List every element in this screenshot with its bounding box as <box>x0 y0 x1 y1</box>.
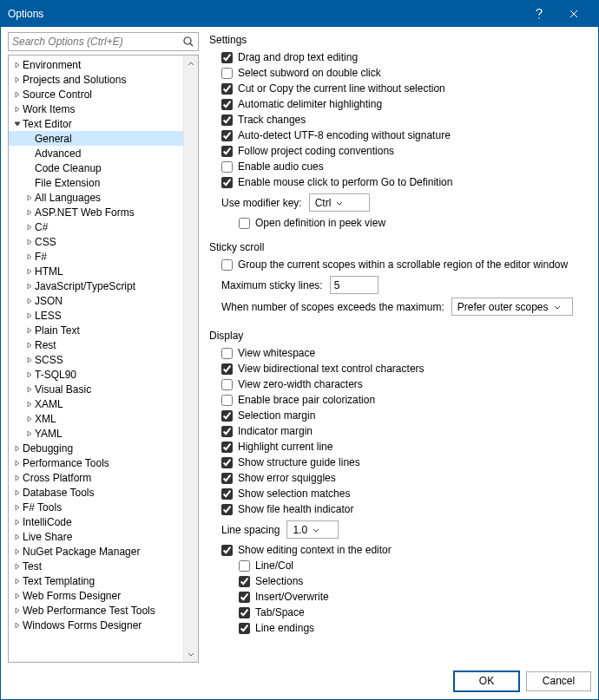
sticky-group-row[interactable]: Group the current scopes within a scroll… <box>221 257 588 272</box>
line-spacing-combo[interactable]: 1.0 <box>286 520 339 539</box>
modifier-key-combo[interactable]: Ctrl <box>309 193 370 212</box>
options-tree[interactable]: EnvironmentProjects and SolutionsSource … <box>9 56 183 662</box>
option-row[interactable]: Line endings <box>239 620 588 636</box>
chevron-right-icon[interactable] <box>12 474 23 481</box>
tree-item-text-templating[interactable]: Text Templating <box>9 573 183 588</box>
tree-item-scss[interactable]: SCSS <box>9 352 183 367</box>
chevron-right-icon[interactable] <box>24 357 35 363</box>
option-row[interactable]: Selections <box>239 573 588 589</box>
option-checkbox[interactable] <box>221 348 233 359</box>
option-checkbox[interactable] <box>221 99 233 110</box>
chevron-right-icon[interactable] <box>12 533 23 540</box>
tree-item-t-sql90[interactable]: T-SQL90 <box>9 367 183 382</box>
chevron-right-icon[interactable] <box>12 460 23 467</box>
option-checkbox[interactable] <box>221 442 233 453</box>
option-row[interactable]: Auto-detect UTF-8 encoding without signa… <box>221 128 588 143</box>
tree-item-c-[interactable]: C# <box>9 219 183 234</box>
tree-item-xaml[interactable]: XAML <box>9 396 183 411</box>
tree-item-code-cleanup[interactable]: Code Cleanup <box>9 160 183 175</box>
help-button[interactable] <box>522 1 556 27</box>
chevron-right-icon[interactable] <box>12 519 23 526</box>
close-button[interactable] <box>556 1 591 27</box>
tree-item-file-extension[interactable]: File Extension <box>9 175 183 190</box>
chevron-right-icon[interactable] <box>24 342 35 349</box>
chevron-right-icon[interactable] <box>24 209 35 216</box>
tree-item-javascript-typescript[interactable]: JavaScript/TypeScript <box>9 278 183 293</box>
option-checkbox[interactable] <box>221 161 233 173</box>
chevron-right-icon[interactable] <box>24 268 35 275</box>
cancel-button[interactable]: Cancel <box>526 671 591 691</box>
tree-item-asp-net-web-forms[interactable]: ASP.NET Web Forms <box>9 205 183 219</box>
chevron-right-icon[interactable] <box>12 578 23 585</box>
chevron-right-icon[interactable] <box>12 445 23 452</box>
option-row[interactable]: Enable brace pair colorization <box>221 392 588 408</box>
ok-button[interactable]: OK <box>454 671 519 691</box>
chevron-right-icon[interactable] <box>12 62 23 69</box>
option-checkbox[interactable] <box>221 68 233 79</box>
tree-item-less[interactable]: LESS <box>9 308 183 323</box>
chevron-right-icon[interactable] <box>24 239 35 245</box>
tree-item-environment[interactable]: Environment <box>9 57 183 72</box>
chevron-right-icon[interactable] <box>24 386 35 393</box>
option-row[interactable]: View whitespace <box>221 345 588 361</box>
option-row[interactable]: Indicator margin <box>221 423 588 439</box>
chevron-right-icon[interactable] <box>24 327 35 334</box>
tree-item-plain-text[interactable]: Plain Text <box>9 323 183 337</box>
chevron-right-icon[interactable] <box>12 607 23 614</box>
chevron-right-icon[interactable] <box>24 371 35 378</box>
context-checkbox[interactable] <box>221 545 233 556</box>
chevron-right-icon[interactable] <box>24 283 35 290</box>
option-checkbox[interactable] <box>221 130 233 141</box>
option-checkbox[interactable] <box>221 379 233 390</box>
tree-scrollbar[interactable] <box>183 56 198 662</box>
option-row[interactable]: Show error squiggles <box>221 470 588 486</box>
chevron-right-icon[interactable] <box>12 592 23 599</box>
chevron-right-icon[interactable] <box>12 76 23 83</box>
scroll-down-icon[interactable] <box>184 647 198 662</box>
tree-item-f-tools[interactable]: F# Tools <box>9 500 183 514</box>
exceed-combo[interactable]: Prefer outer scopes <box>451 298 573 316</box>
tree-item-live-share[interactable]: Live Share <box>9 529 183 544</box>
option-checkbox[interactable] <box>239 592 250 603</box>
chevron-right-icon[interactable] <box>24 224 35 231</box>
option-checkbox[interactable] <box>221 83 233 95</box>
tree-item-database-tools[interactable]: Database Tools <box>9 485 183 500</box>
option-row[interactable]: View zero-width characters <box>221 376 588 392</box>
option-row[interactable]: Track changes <box>221 112 588 128</box>
chevron-right-icon[interactable] <box>24 312 35 319</box>
option-checkbox[interactable] <box>221 473 233 484</box>
chevron-right-icon[interactable] <box>12 548 23 555</box>
option-row[interactable]: Automatic delimiter highlighting <box>221 96 588 112</box>
option-checkbox[interactable] <box>221 52 233 63</box>
option-checkbox[interactable] <box>221 363 233 375</box>
option-checkbox[interactable] <box>221 457 233 468</box>
tree-item-yaml[interactable]: YAML <box>9 426 183 441</box>
option-checkbox[interactable] <box>221 504 233 515</box>
option-row[interactable]: View bidirectional text control characte… <box>221 361 588 376</box>
tree-item-rest[interactable]: Rest <box>9 337 183 352</box>
tree-item-all-languages[interactable]: All Languages <box>9 190 183 205</box>
option-row[interactable]: Show selection matches <box>221 486 588 501</box>
peek-row[interactable]: Open definition in peek view <box>239 215 588 231</box>
chevron-right-icon[interactable] <box>12 489 23 496</box>
tree-item-intellicode[interactable]: IntelliCode <box>9 514 183 529</box>
chevron-right-icon[interactable] <box>24 430 35 437</box>
chevron-right-icon[interactable] <box>12 106 23 113</box>
option-checkbox[interactable] <box>221 114 233 126</box>
tree-item-xml[interactable]: XML <box>9 411 183 426</box>
option-checkbox[interactable] <box>221 410 233 422</box>
option-row[interactable]: Line/Col <box>239 558 588 573</box>
option-row[interactable]: Cut or Copy the current line without sel… <box>221 81 588 96</box>
chevron-right-icon[interactable] <box>24 194 35 201</box>
tree-item-performance-tools[interactable]: Performance Tools <box>9 455 183 470</box>
option-row[interactable]: Follow project coding conventions <box>221 143 588 159</box>
search-box[interactable] <box>8 32 199 51</box>
tree-item-debugging[interactable]: Debugging <box>9 441 183 455</box>
option-row[interactable]: Select subword on double click <box>221 65 588 81</box>
option-checkbox[interactable] <box>239 623 250 634</box>
tree-item-advanced[interactable]: Advanced <box>9 146 183 160</box>
tree-item-css[interactable]: CSS <box>9 234 183 249</box>
tree-item-test[interactable]: Test <box>9 559 183 573</box>
option-row[interactable]: Drag and drop text editing <box>221 49 588 65</box>
option-row[interactable]: Highlight current line <box>221 439 588 455</box>
